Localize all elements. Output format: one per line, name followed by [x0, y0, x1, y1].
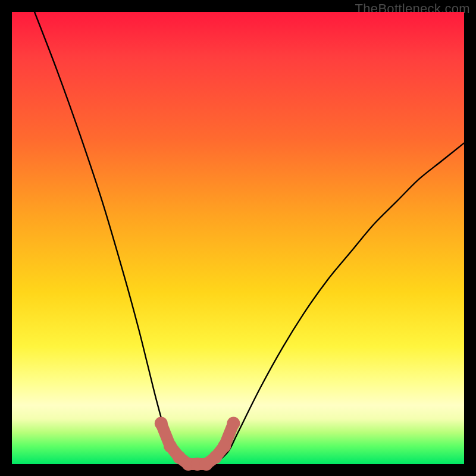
- plot-area: [12, 12, 464, 464]
- valley-marker-dot: [209, 451, 222, 464]
- valley-marker-dot: [227, 417, 240, 430]
- curve-layer: [12, 12, 464, 464]
- valley-marker-dot: [218, 440, 231, 453]
- valley-marker-dot: [155, 417, 168, 430]
- valley-marker-dot: [164, 440, 177, 453]
- bottleneck-curve: [35, 12, 464, 465]
- valley-marker-dots: [155, 417, 240, 471]
- chart-frame: TheBottleneck.com: [0, 0, 476, 476]
